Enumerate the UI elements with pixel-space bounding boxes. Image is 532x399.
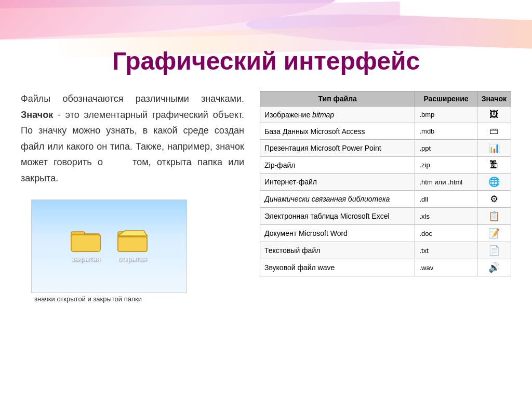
file-ext-cell: .htm или .html [415,174,477,191]
file-type-cell: Динамически связанная библиотека [260,191,415,208]
file-icon-cell: 🌐 [477,174,511,191]
file-icon-cell: 📝 [477,225,511,242]
file-icon-cell: 📊 [477,140,511,157]
closed-folder-item: закрытая [70,227,101,263]
table-row: Документ Microsoft Word.doc📝 [260,225,511,242]
file-icon-cell: 📄 [477,242,511,259]
table-row: База Данных Microsoft Access.mdb🗃 [260,123,511,140]
file-type-cell: Презентация Microsoft Power Point [260,140,415,157]
open-folder-item: открытая [117,227,148,263]
file-icon-cell: 🔊 [477,259,511,276]
table-row: Звуковой файл wave.wav🔊 [260,259,511,276]
folder-image-box: закрытая [31,200,187,293]
table-header-row: Тип файла Расширение Значок [260,91,511,107]
svg-rect-5 [118,237,147,251]
closed-folder-label: закрытая [71,255,100,263]
file-ext-cell: .doc [415,225,477,242]
file-type-cell: Электронная таблица Microsoft Excel [260,208,415,225]
main-layout: Файлы обозначаются различными значками. … [21,91,511,305]
table-row: Интернет-файл.htm или .html🌐 [260,174,511,191]
file-icon-cell: 🖼 [477,107,511,123]
file-type-cell: Звуковой файл wave [260,259,415,276]
left-panel: Файлы обозначаются различными значками. … [21,91,244,305]
col-header-icon: Значок [477,91,511,107]
file-ext-cell: .dll [415,191,477,208]
file-type-cell: Zip-файл [260,157,415,174]
file-types-table: Тип файла Расширение Значок Изображение … [260,91,511,276]
open-folder-label: открытая [118,255,147,263]
file-icon-cell: ⚙ [477,191,511,208]
file-type-cell: Текстовый файл [260,242,415,259]
svg-rect-2 [71,235,100,251]
folder-caption: значки открытой и закрытой папки [31,293,244,305]
file-ext-cell: .zip [415,157,477,174]
file-icon-cell: 🗜 [477,157,511,174]
file-type-cell: Документ Microsoft Word [260,225,415,242]
closed-folder-icon [70,227,101,252]
table-row: Электронная таблица Microsoft Excel.xls📋 [260,208,511,225]
page-title: Графический интерфейс [21,47,511,75]
table-row: Изображение bitmap.bmp🖼 [260,107,511,123]
table-row: Презентация Microsoft Power Point.ppt📊 [260,140,511,157]
file-type-cell: Изображение bitmap [260,107,415,123]
file-ext-cell: .mdb [415,123,477,140]
col-header-type: Тип файла [260,91,415,107]
description-text: Файлы обозначаются различными значками. … [21,91,244,187]
file-ext-cell: .bmp [415,107,477,123]
file-icon-cell: 📋 [477,208,511,225]
table-row: Zip-файл.zip🗜 [260,157,511,174]
file-type-cell: База Данных Microsoft Access [260,123,415,140]
file-ext-cell: .xls [415,208,477,225]
file-icon-cell: 🗃 [477,123,511,140]
bold-text: Значок [21,110,53,120]
open-folder-icon [117,227,148,252]
table-row: Динамически связанная библиотека.dll⚙ [260,191,511,208]
folders-row: закрытая [70,227,148,263]
file-ext-cell: .ppt [415,140,477,157]
right-panel: Тип файла Расширение Значок Изображение … [260,91,511,276]
table-row: Текстовый файл.txt📄 [260,242,511,259]
file-ext-cell: .txt [415,242,477,259]
file-ext-cell: .wav [415,259,477,276]
file-type-cell: Интернет-файл [260,174,415,191]
col-header-ext: Расширение [415,91,477,107]
